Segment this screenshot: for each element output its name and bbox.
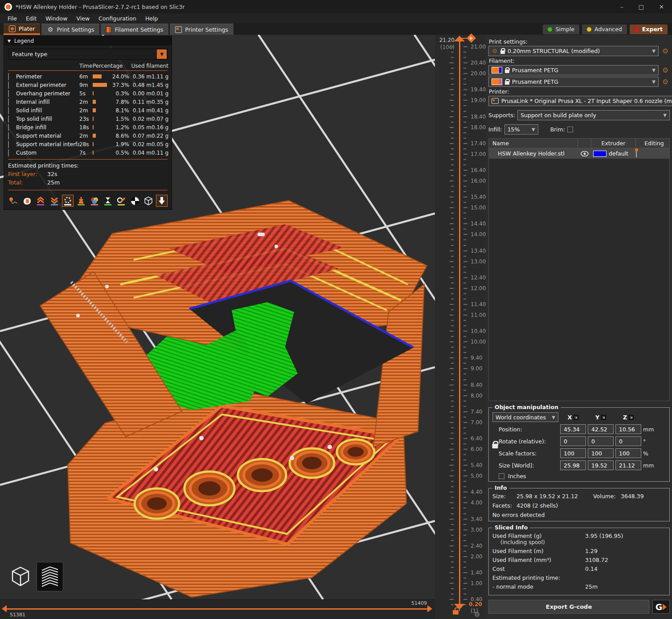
slider-gear-icon[interactable]: ⚙ xyxy=(474,611,480,619)
value-field-z[interactable]: 21.12 xyxy=(615,460,641,470)
info-facets-value: 4208 (2 shells) xyxy=(516,502,666,509)
mode-expert[interactable]: Expert xyxy=(630,25,668,34)
filament-1-select[interactable]: Prusament PETG ▼ xyxy=(488,65,659,75)
seams-icon[interactable] xyxy=(62,195,74,207)
view-type-select[interactable]: Feature type ▼ xyxy=(8,49,168,60)
axis-z-icon xyxy=(629,415,634,420)
hslider-track[interactable] xyxy=(6,608,428,610)
value-field-x[interactable]: 100 xyxy=(560,448,586,458)
custom-gcode-icon[interactable] xyxy=(115,195,127,207)
tab-plater[interactable]: Plater xyxy=(4,24,40,35)
print-settings-gear-button[interactable]: ⚙ xyxy=(661,47,670,56)
tab-filament-settings[interactable]: Filament Settings xyxy=(101,24,168,35)
editor-view-button[interactable] xyxy=(7,562,34,591)
legend-row: Custom 7s 0.5% 0.04 m 0.11 g xyxy=(8,148,168,157)
lock-icon xyxy=(505,70,509,73)
scale-lock-icon[interactable] xyxy=(493,443,497,449)
percentage-bar xyxy=(93,91,94,95)
object-row[interactable]: HSW Allenkey Holder.stl default xyxy=(489,148,669,159)
eye-icon[interactable] xyxy=(581,151,589,156)
print-settings-select[interactable]: ⚙ 0.20mm STRUCTURAL (modified) ▼ xyxy=(488,46,659,56)
percentage-bar xyxy=(93,83,107,87)
percentage-bar xyxy=(93,74,102,78)
tab-printer-settings[interactable]: Printer Settings xyxy=(170,24,234,35)
retractions-icon[interactable] xyxy=(35,195,46,207)
menu-item[interactable]: View xyxy=(72,14,94,23)
maximize-icon[interactable]: □ xyxy=(639,4,644,10)
axis-x-icon xyxy=(574,415,578,420)
expert-dot-icon xyxy=(635,27,639,32)
printer-select[interactable]: PrusaLink * Original Prusa XL - 2T Input… xyxy=(488,96,672,106)
value-field-z[interactable]: 10.56 xyxy=(615,424,641,434)
layer-slider-track[interactable] xyxy=(459,41,460,605)
add-color-change-icon[interactable]: + xyxy=(467,33,476,43)
infill-select[interactable]: 15% ▼ xyxy=(504,124,538,135)
coordinates-select[interactable]: World coordinates ▼ xyxy=(492,412,558,422)
minimize-icon[interactable]: – xyxy=(620,4,623,10)
manipulation-row: Rotate (relative): 0 0 0 ° xyxy=(492,436,666,446)
menu-item[interactable]: Help xyxy=(141,14,162,23)
window-title: *HSW Allenkey Holder - PrusaSlicer-2.7.2… xyxy=(16,4,185,10)
print-settings-label: Print settings: xyxy=(489,38,670,45)
viewport-3d[interactable]: ▼ Legend Feature type ▼ Time Percentage … xyxy=(0,35,435,599)
legend-row: External perimeter 9m 37.3% 0.48 m 1.45 … xyxy=(8,81,168,89)
menu-item[interactable]: Edit xyxy=(22,14,41,23)
tool-changes-icon[interactable] xyxy=(75,195,87,207)
plater-icon xyxy=(9,25,16,32)
menu-item[interactable]: Window xyxy=(41,14,71,23)
preview-view-button[interactable] xyxy=(37,562,63,591)
hslider-right-thumb[interactable] xyxy=(427,605,432,612)
filament-1-gear-button[interactable]: ⚙ xyxy=(661,66,670,75)
wipe-icon[interactable] xyxy=(21,195,33,207)
value-field-y[interactable]: 42.52 xyxy=(588,424,614,434)
extruder-color-swatch[interactable] xyxy=(593,151,606,157)
box-icon[interactable] xyxy=(143,195,154,207)
filament-2-select[interactable]: Prusament PETG ▼ xyxy=(488,77,659,87)
object-list: Name Extruder Editing HSW Allenkey Holde… xyxy=(488,138,670,401)
mode-advanced[interactable]: Advanced xyxy=(582,25,627,34)
value-field-y[interactable]: 0 xyxy=(588,436,614,446)
total-time: 25m xyxy=(47,179,168,186)
info-status: No errors detected xyxy=(492,512,666,518)
supports-select[interactable]: Support on build plate only ▼ xyxy=(517,110,670,120)
feature-color-swatch xyxy=(8,115,9,123)
filament-settings-icon xyxy=(106,26,111,33)
legend-panel: ▼ Legend Feature type ▼ Time Percentage … xyxy=(4,36,172,210)
color-changes-icon[interactable] xyxy=(89,195,100,207)
layer-bottom-height: 0.20 xyxy=(469,601,482,607)
export-gcode-button[interactable]: Export G-code xyxy=(488,600,649,614)
deretractions-icon[interactable] xyxy=(49,195,60,207)
layer-slider[interactable]: 21.20 (106) + 21.0020.4020.0019.4019.001… xyxy=(435,35,486,619)
legend-row: Solid infill 2m 8.1% 0.14 m 0.41 g xyxy=(8,106,168,115)
slider-lock-icon[interactable] xyxy=(453,610,459,615)
value-field-y[interactable]: 19.52 xyxy=(588,460,614,470)
editing-icon[interactable] xyxy=(636,150,637,157)
menu-item[interactable]: File xyxy=(4,14,21,23)
horizontal-slider[interactable]: 51409 51381 xyxy=(0,599,435,619)
legend-header[interactable]: ▼ Legend xyxy=(4,36,172,45)
app-logo-icon xyxy=(4,3,12,11)
value-field-y[interactable]: 100 xyxy=(588,448,614,458)
filament-2-gear-button[interactable]: ⚙ xyxy=(661,78,670,86)
value-field-x[interactable]: 0 xyxy=(560,436,586,446)
menu-item[interactable]: Configuration xyxy=(94,14,140,23)
object-list-header: Name Extruder Editing xyxy=(489,139,669,148)
brim-checkbox[interactable] xyxy=(567,127,573,132)
pause-prints-icon[interactable] xyxy=(102,195,114,207)
inches-checkbox[interactable] xyxy=(499,473,504,479)
value-field-x[interactable]: 25.98 xyxy=(560,460,586,470)
travels-icon[interactable] xyxy=(8,195,20,207)
tab-print-settings[interactable]: ⚙ Print Settings xyxy=(41,24,99,35)
tool-marker-icon[interactable] xyxy=(156,195,168,207)
value-field-z[interactable]: 0 xyxy=(615,436,641,446)
shells-icon[interactable] xyxy=(129,195,141,207)
dropdown-arrow-icon[interactable]: ▼ xyxy=(157,49,167,59)
hslider-left-thumb[interactable] xyxy=(2,605,7,612)
close-icon[interactable]: ✕ xyxy=(659,4,664,10)
legend-row: Support material interface 28s 1.9% 0.02… xyxy=(8,140,168,148)
value-field-x[interactable]: 45.34 xyxy=(560,424,586,434)
gcode-viewer-button[interactable]: G xyxy=(652,600,670,614)
mode-simple[interactable]: Simple xyxy=(543,25,579,34)
layer-slider-top-thumb[interactable] xyxy=(454,36,465,41)
value-field-z[interactable]: 100 xyxy=(615,448,641,458)
